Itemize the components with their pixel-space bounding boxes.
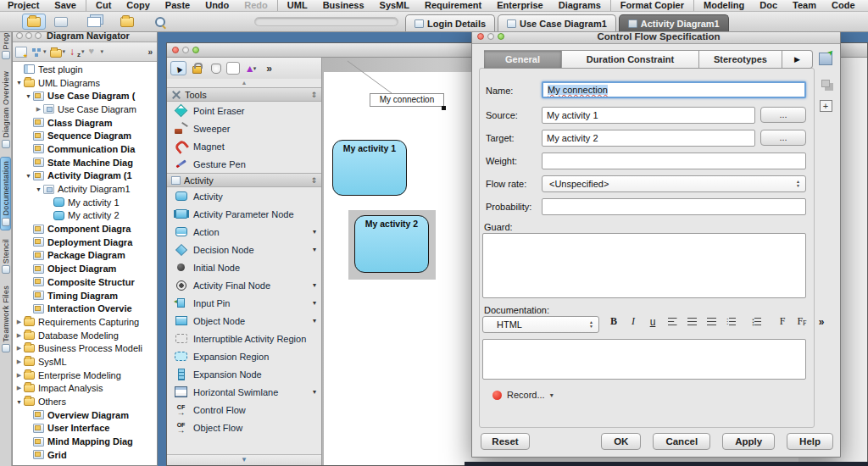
format-button[interactable]: » [815, 316, 827, 327]
tree-item[interactable]: Timing Diagram [13, 289, 157, 302]
menu-item[interactable]: Save [47, 0, 86, 11]
documentation-textarea[interactable] [482, 339, 806, 380]
palette-item[interactable]: Expansion Node [167, 365, 321, 383]
menu-item[interactable]: Code [824, 0, 863, 11]
activity-node-2[interactable]: My activity 2 [354, 215, 429, 273]
reset-button[interactable]: Reset [481, 433, 530, 450]
palette-item[interactable]: Action ▾ [167, 223, 321, 241]
toolbar-button[interactable] [115, 14, 139, 30]
tree-item[interactable]: Grid [13, 448, 157, 462]
palette-item[interactable]: Object Flow [167, 419, 321, 436]
menu-item[interactable]: UML [280, 0, 315, 11]
side-tab[interactable]: Diagram Overview [0, 68, 11, 152]
tree-item[interactable]: Package Diagram [13, 249, 157, 263]
menu-item[interactable]: Undo [198, 0, 236, 11]
chevron-down-icon[interactable]: ▾ [550, 391, 554, 399]
name-field[interactable]: My connection [542, 81, 806, 98]
menu-item[interactable]: Doc [752, 0, 785, 11]
format-button[interactable]: F [776, 316, 788, 327]
tree-item[interactable]: Composite Structur [13, 275, 157, 289]
section-splitter-icon[interactable]: ⇕ [310, 91, 317, 99]
tree-item[interactable]: Overview Diagram [13, 408, 157, 422]
menu-item[interactable]: Modeling [696, 0, 752, 11]
palette-section-activity[interactable]: Activity ⇕ [167, 173, 321, 187]
target-browse-button[interactable]: ... [760, 130, 806, 146]
tree-item[interactable]: My activity 2 [13, 209, 157, 223]
format-button[interactable] [666, 316, 678, 327]
navigator-toolbar-button[interactable]: ▾ [31, 47, 47, 58]
menu-item[interactable]: Format Copier [613, 0, 694, 11]
palette-item[interactable]: Horizontal Swimlane ▾ [167, 383, 321, 401]
chevron-down-icon[interactable]: ▾ [313, 246, 316, 253]
menu-item[interactable]: Business [315, 0, 372, 11]
tree-item[interactable]: Test plugin [13, 63, 157, 76]
navigator-toolbar-button[interactable] [15, 47, 27, 58]
dialog-button[interactable]: Apply [722, 433, 775, 450]
menu-item[interactable]: Copy [119, 0, 158, 11]
connection-label[interactable]: My connection [370, 93, 444, 107]
toolbar-button[interactable] [82, 14, 106, 30]
chevron-down-icon[interactable]: ▾ [313, 317, 316, 325]
tree-item[interactable]: UML Diagrams [13, 76, 157, 90]
guard-textarea[interactable] [482, 233, 806, 298]
probability-field[interactable] [542, 198, 806, 215]
canvas-tool-button[interactable] [189, 61, 205, 75]
navigator-toolbar-button[interactable]: ▾ [88, 47, 104, 58]
canvas-tool-button[interactable] [261, 61, 277, 75]
source-browse-button[interactable]: ... [760, 107, 806, 123]
format-button[interactable]: F [796, 316, 808, 327]
menu-item[interactable]: Paste [158, 0, 198, 11]
dialog-button[interactable]: OK [601, 433, 641, 450]
canvas-tool-button[interactable] [208, 61, 224, 75]
dialog-button[interactable]: Help [787, 433, 833, 450]
side-tab[interactable]: Documentation [0, 157, 11, 230]
tree-item[interactable]: State Machine Diag [13, 156, 157, 169]
tree-expand-arrow-icon[interactable] [24, 173, 33, 179]
chevron-down-icon[interactable]: ▾ [313, 388, 316, 396]
palette-item[interactable]: Sweeper [167, 119, 321, 137]
chevron-down-icon[interactable]: ▾ [313, 228, 316, 236]
palette-item[interactable]: Magnet [167, 137, 321, 155]
format-button[interactable] [686, 316, 698, 327]
close-window-icon[interactable] [477, 33, 484, 40]
tree-item[interactable]: Sequence Diagram [13, 129, 157, 142]
toolbar-button[interactable] [148, 14, 172, 30]
menu-item[interactable]: Team [785, 0, 824, 11]
palette-item[interactable]: Gesture Pen [167, 155, 321, 173]
source-field[interactable]: My activity 1 [542, 107, 755, 124]
tree-item[interactable]: Activity Diagram1 [13, 182, 157, 196]
stepper-arrows-icon[interactable] [793, 178, 803, 190]
palette-item[interactable]: Activity Parameter Node [167, 205, 321, 223]
dialog-tab[interactable]: General [484, 50, 562, 69]
tree-expand-arrow-icon[interactable] [14, 399, 24, 405]
navigator-toolbar-button[interactable]: ▾ [69, 47, 85, 58]
tree-item[interactable]: Use Case Diagram [13, 103, 157, 116]
chevron-down-icon[interactable]: ▾ [313, 299, 316, 307]
tree-expand-arrow-icon[interactable] [14, 345, 24, 352]
close-window-icon[interactable] [16, 32, 23, 39]
canvas-tool-button[interactable] [226, 62, 240, 75]
palette-item[interactable]: Interruptible Activity Region [167, 330, 321, 347]
activity-node-1[interactable]: My activity 1 [332, 140, 407, 196]
menu-item[interactable]: SysML [372, 0, 417, 11]
document-tab[interactable]: Login Details [405, 14, 495, 31]
document-tab[interactable]: Activity Diagram1 [619, 14, 729, 31]
record-control[interactable]: Record... ▾ [492, 390, 554, 400]
tree-expand-arrow-icon[interactable] [14, 358, 24, 365]
menu-item[interactable]: Diagrams [551, 0, 611, 11]
tree-expand-arrow-icon[interactable] [14, 385, 24, 391]
format-button[interactable] [750, 316, 769, 327]
dialog-button[interactable]: Cancel [653, 433, 710, 450]
tree-expand-arrow-icon[interactable] [14, 319, 24, 325]
add-icon[interactable]: + [820, 100, 832, 112]
tree-item[interactable]: Impact Analysis [13, 382, 157, 396]
tree-expand-arrow-icon[interactable] [14, 332, 24, 339]
tree-item[interactable]: Others [13, 395, 157, 408]
tree-item[interactable]: Use Case Diagram ( [13, 89, 157, 103]
tree-expand-arrow-icon[interactable] [14, 80, 24, 86]
palette-item[interactable]: Expansion Region [167, 347, 321, 365]
chevron-down-icon[interactable]: ▾ [313, 281, 316, 289]
tree-item[interactable]: User Interface [13, 422, 157, 435]
maximize-window-icon[interactable] [498, 33, 504, 40]
palette-item[interactable]: Initial Node [167, 258, 321, 276]
